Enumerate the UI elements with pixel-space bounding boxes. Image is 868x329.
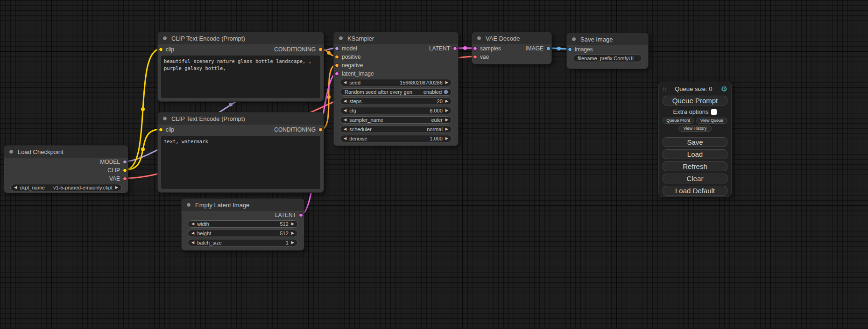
node-load-checkpoint[interactable]: Load Checkpoint MODEL CLIP VAE ◀ ckpt_na… [4,145,128,193]
output-slot-latent[interactable] [453,47,457,51]
widget-label: batch_size [197,240,222,245]
widget-value: 8.000 [430,108,443,113]
node-ksampler[interactable]: KSampler model LATENT positive negative … [333,32,459,146]
increment-arrow-icon[interactable]: ▶ [445,109,448,112]
widget-scheduler[interactable]: ◀ scheduler normal ▶ [340,126,452,133]
refresh-button[interactable]: Refresh [663,161,727,171]
widget-sampler-name[interactable]: ◀ sampler_name euler ▶ [340,116,452,124]
node-save-image[interactable]: Save Image images filename_prefix ComfyU… [566,33,649,69]
prompt-textarea[interactable]: text, watermark [161,136,320,189]
widget-ckpt-name[interactable]: ◀ ckpt_name v1-5-pruned-emaonly.ckpt ▶ [10,184,122,191]
widget-width[interactable]: ◀ width 512 ▶ [188,220,298,228]
widget-label: filename_prefix [578,56,613,61]
output-label-vae: VAE [109,175,120,182]
widget-value: v1-5-pruned-emaonly.ckpt [53,185,113,190]
widget-value: euler [431,117,442,123]
increment-arrow-icon[interactable]: ▶ [291,231,294,235]
node-title-bar[interactable]: CLIP Text Encode (Prompt) [158,32,324,44]
collapse-dot-icon[interactable] [572,37,576,42]
increment-arrow-icon[interactable]: ▶ [445,118,448,122]
input-slot-latent-image[interactable] [335,72,339,76]
decrement-arrow-icon[interactable]: ◀ [344,137,346,140]
output-slot-vae[interactable] [123,177,127,181]
output-label-conditioning: CONDITIONING [274,46,316,53]
node-title-bar[interactable]: Load Checkpoint [4,146,128,158]
node-clip-text-encode-positive[interactable]: CLIP Text Encode (Prompt) clip CONDITION… [157,32,324,102]
settings-gear-icon[interactable]: ⚙ [721,84,727,93]
prompt-textarea[interactable]: beautiful scenery nature glass bottle la… [161,56,320,98]
decrement-arrow-icon[interactable]: ◀ [344,99,346,103]
decrement-arrow-icon[interactable]: ◀ [14,186,17,189]
node-title-bar[interactable]: Empty Latent Image [182,199,304,211]
input-slot-model[interactable] [335,47,339,51]
output-slot-conditioning[interactable] [318,128,323,132]
input-label-clip: clip [166,46,174,53]
widget-value: 512 [280,231,288,236]
output-slot-clip[interactable] [123,168,127,173]
output-slot-image[interactable] [546,47,550,51]
node-title-bar[interactable]: Save Image [567,33,648,45]
increment-arrow-icon[interactable]: ▶ [445,81,448,84]
widget-batch-size[interactable]: ◀ batch_size 1 ▶ [188,239,298,246]
node-title-bar[interactable]: KSampler [334,32,458,44]
input-label-images: images [575,46,593,53]
decrement-arrow-icon[interactable]: ◀ [344,127,346,131]
collapse-dot-icon[interactable] [477,36,481,41]
queue-front-button[interactable]: Queue Front [663,118,694,124]
increment-arrow-icon[interactable]: ▶ [445,127,448,131]
decrement-arrow-icon[interactable]: ◀ [344,81,346,84]
output-slot-conditioning[interactable] [318,48,323,52]
decrement-arrow-icon[interactable]: ◀ [344,118,346,122]
node-clip-text-encode-negative[interactable]: CLIP Text Encode (Prompt) clip CONDITION… [157,112,324,193]
extra-options-checkbox[interactable] [711,109,717,115]
input-slot-positive[interactable] [335,55,339,59]
input-label-model: model [342,45,357,52]
input-slot-images[interactable] [568,48,572,52]
input-slot-samples[interactable] [473,47,477,51]
widget-filename-prefix[interactable]: filename_prefix ComfyUI [573,55,642,62]
increment-arrow-icon[interactable]: ▶ [445,99,448,103]
widget-value: 156680208700286 [400,80,443,85]
decrement-arrow-icon[interactable]: ◀ [191,222,194,226]
collapse-dot-icon[interactable] [162,116,167,121]
load-default-button[interactable]: Load Default [663,186,727,196]
drag-handle-icon[interactable]: ⣿ [663,86,666,92]
widget-cfg[interactable]: ◀ cfg 8.000 ▶ [340,107,452,114]
collapse-dot-icon[interactable] [162,36,167,41]
node-title: VAE Decode [486,35,520,42]
widget-random-seed-toggle[interactable]: Random seed after every gen enabled [340,88,452,96]
widget-height[interactable]: ◀ height 512 ▶ [188,230,298,237]
view-queue-button[interactable]: View Queue [696,118,727,124]
increment-arrow-icon[interactable]: ▶ [115,186,118,189]
load-button[interactable]: Load [663,149,727,159]
widget-denoise[interactable]: ◀ denoise 1.000 ▶ [340,135,452,142]
input-slot-clip[interactable] [159,128,163,132]
input-slot-negative[interactable] [335,63,339,68]
node-vae-decode[interactable]: VAE Decode samples IMAGE vae [472,32,552,64]
toggle-dot-icon[interactable] [444,90,448,94]
widget-steps[interactable]: ◀ steps 20 ▶ [340,98,452,105]
increment-arrow-icon[interactable]: ▶ [291,222,294,226]
input-slot-clip[interactable] [159,48,163,52]
node-title-bar[interactable]: VAE Decode [472,32,551,44]
collapse-dot-icon[interactable] [186,203,191,207]
decrement-arrow-icon[interactable]: ◀ [344,109,346,112]
clear-button[interactable]: Clear [663,174,727,183]
widget-seed[interactable]: ◀ seed 156680208700286 ▶ [340,79,452,86]
collapse-dot-icon[interactable] [339,36,343,41]
decrement-arrow-icon[interactable]: ◀ [191,231,194,235]
increment-arrow-icon[interactable]: ▶ [291,241,294,245]
node-title-bar[interactable]: CLIP Text Encode (Prompt) [158,112,324,125]
output-slot-latent[interactable] [299,213,303,217]
save-button[interactable]: Save [663,137,727,147]
widget-value: normal [427,126,443,132]
queue-prompt-button[interactable]: Queue Prompt [663,96,727,105]
decrement-arrow-icon[interactable]: ◀ [191,241,194,245]
menu-header: ⣿ Queue size: 0 ⚙ [663,84,727,93]
increment-arrow-icon[interactable]: ▶ [445,137,448,140]
input-slot-vae[interactable] [473,55,477,59]
view-history-button[interactable]: View History [678,126,712,132]
node-empty-latent-image[interactable]: Empty Latent Image LATENT ◀ width 512 ▶ … [181,198,304,251]
collapse-dot-icon[interactable] [9,149,14,154]
output-slot-model[interactable] [123,160,127,164]
